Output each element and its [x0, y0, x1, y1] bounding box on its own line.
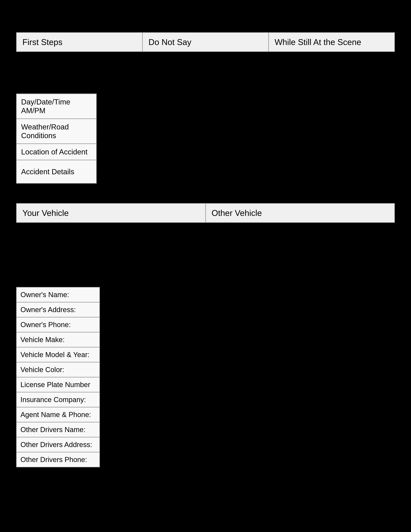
- accident-info-row-details: Accident Details: [17, 160, 96, 183]
- field-owners-name-label: Owner's Name:: [20, 291, 69, 299]
- field-vehicle-make-label: Vehicle Make:: [20, 336, 65, 343]
- field-other-drivers-name: Other Drivers Name:: [17, 422, 99, 437]
- field-other-drivers-name-label: Other Drivers Name:: [20, 426, 85, 434]
- field-other-drivers-phone-label: Other Drivers Phone:: [20, 456, 87, 464]
- field-owners-address: Owner's Address:: [17, 303, 99, 317]
- tab-while-at-scene-label: While Still At the Scene: [275, 38, 361, 47]
- accident-info-location-label: Location of Accident: [21, 148, 87, 156]
- tab-do-not-say[interactable]: Do Not Say: [143, 33, 269, 51]
- accident-info-row-location: Location of Accident: [17, 144, 96, 160]
- page-container: First Steps Do Not Say While Still At th…: [0, 0, 411, 532]
- tab-first-steps[interactable]: First Steps: [17, 33, 143, 51]
- field-insurance-company: Insurance Company:: [17, 392, 99, 407]
- field-other-drivers-address: Other Drivers Address:: [17, 437, 99, 452]
- field-other-drivers-address-label: Other Drivers Address:: [20, 441, 92, 448]
- field-agent-name-phone-label: Agent Name & Phone:: [20, 411, 91, 418]
- other-vehicle-label: Other Vehicle: [212, 208, 262, 218]
- field-vehicle-color: Vehicle Color:: [17, 362, 99, 377]
- field-vehicle-color-label: Vehicle Color:: [20, 366, 64, 373]
- tab-do-not-say-label: Do Not Say: [149, 38, 191, 47]
- accident-info-datetime-label: Day/Date/Time AM/PM: [21, 98, 70, 115]
- field-vehicle-model-year-label: Vehicle Model & Year:: [20, 351, 89, 359]
- accident-info-weather-label: Weather/Road Conditions: [21, 123, 69, 140]
- field-owners-phone-label: Owner's Phone:: [20, 321, 71, 329]
- field-insurance-company-label: Insurance Company:: [20, 396, 86, 404]
- vehicle-headers: Your Vehicle Other Vehicle: [16, 203, 395, 223]
- other-vehicle-header: Other Vehicle: [206, 204, 394, 222]
- field-vehicle-model-year: Vehicle Model & Year:: [17, 347, 99, 362]
- field-license-plate-label: License Plate Number: [20, 381, 90, 389]
- field-owners-address-label: Owner's Address:: [20, 306, 76, 314]
- accident-info-table: Day/Date/Time AM/PM Weather/Road Conditi…: [16, 94, 97, 184]
- accident-info-details-label: Accident Details: [21, 168, 74, 176]
- accident-info-row-datetime: Day/Date/Time AM/PM: [17, 94, 96, 119]
- tab-first-steps-label: First Steps: [22, 38, 63, 47]
- vehicle-fields-table: Owner's Name: Owner's Address: Owner's P…: [16, 287, 100, 467]
- field-agent-name-phone: Agent Name & Phone:: [17, 407, 99, 422]
- tabs-row: First Steps Do Not Say While Still At th…: [16, 32, 395, 52]
- your-vehicle-header: Your Vehicle: [17, 204, 206, 222]
- accident-info-row-weather: Weather/Road Conditions: [17, 119, 96, 144]
- field-owners-phone: Owner's Phone:: [17, 317, 99, 332]
- your-vehicle-label: Your Vehicle: [22, 208, 69, 218]
- field-vehicle-make: Vehicle Make:: [17, 332, 99, 347]
- field-owners-name: Owner's Name:: [17, 287, 99, 303]
- tab-while-at-scene[interactable]: While Still At the Scene: [269, 33, 394, 51]
- field-other-drivers-phone: Other Drivers Phone:: [17, 452, 99, 467]
- field-license-plate: License Plate Number: [17, 377, 99, 392]
